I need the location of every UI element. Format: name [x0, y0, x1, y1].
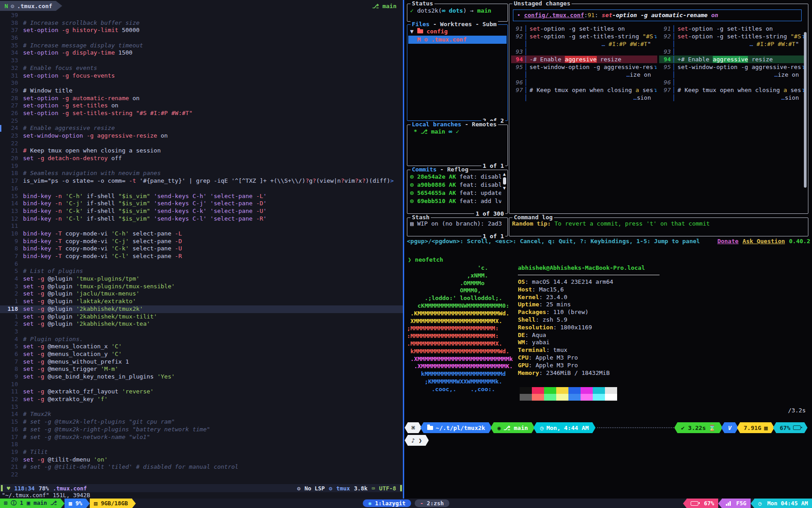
neovim-pane[interactable]: N ⚙ .tmux.conf ⎇ main 3938# Increase scr…	[0, 0, 403, 499]
line-number: 11	[0, 222, 23, 230]
battery-icon	[691, 501, 698, 506]
octocat-icon: ◉	[497, 425, 501, 431]
line-number: 30	[0, 79, 23, 87]
donate-link[interactable]: Donate	[717, 238, 738, 245]
file-tree-file[interactable]: M ⚙ .tmux.conf	[408, 36, 507, 44]
vim-buffer[interactable]: 3938# Increase scrollback buffer size37s…	[0, 12, 403, 479]
commits-scrollbar[interactable]: ▲▼	[502, 171, 507, 212]
line-number: 12	[0, 396, 23, 403]
statusline-filename: .tmux.conf	[53, 485, 87, 492]
vim-code-line: 25	[0, 117, 403, 125]
neofetch-info-row: WM: yabai	[518, 339, 734, 346]
lazygit-keybindings-bar: <pgup>/<pgdown>: Scroll, <esc>: Cancel, …	[407, 238, 810, 245]
ask-question-link[interactable]: Ask Question	[743, 238, 785, 245]
commit-row[interactable]: ⊙ 69ebb510 AK feat: add lv	[410, 197, 501, 205]
line-number: 33	[0, 57, 23, 65]
commit-row[interactable]: ⊙ 28e54a2e AK feat: disabl	[410, 173, 501, 181]
diff-scrollbar[interactable]	[804, 32, 807, 188]
tmux-window-1:lazygit[interactable]: ✱ 1:lazygit	[363, 499, 411, 507]
vim-code-line: 13bind-key -n 'C-k' if-shell "$is_vim" '…	[0, 208, 403, 215]
neofetch-info-row: Host: Mac15,6	[518, 286, 734, 294]
neofetch-info-row: OS: macOS 14.4 23E214 arm64	[518, 278, 734, 286]
neofetch-info-row: Shell: zsh 5.9	[518, 316, 734, 324]
vim-code-line: 2set -g @plugin 'jaclu/tmux-menus'	[0, 290, 403, 298]
diff-row: │…sion│…sion	[511, 94, 807, 102]
vim-code-line: 15bind-key -n 'C-h' if-shell "$is_vim" '…	[0, 193, 403, 200]
file-size: 3.8k	[354, 485, 368, 492]
encoding-icon: ⌨	[372, 485, 375, 492]
palette-swatch	[605, 387, 617, 394]
tmux-network-segment: F5G	[722, 499, 751, 508]
palette-swatch	[581, 394, 593, 401]
file-tree-dir[interactable]: ▼ config	[410, 28, 505, 36]
line-number: 10	[0, 381, 23, 388]
palette-swatch	[556, 394, 568, 401]
palette-swatch	[544, 394, 556, 401]
line-number: 8	[0, 245, 23, 253]
vim-code-line: 22	[0, 140, 403, 148]
line-number: 19	[0, 162, 23, 170]
lazygit-unstaged-panel[interactable]: Unstaged changes • config/.tmux.conf:91:…	[509, 4, 808, 214]
stash-row[interactable]: ▤ WIP on (no branch): 2ad3	[410, 220, 505, 228]
vim-tab-tmux-conf[interactable]: N ⚙ .tmux.conf	[0, 1, 62, 11]
commits-count: 1 of 300	[474, 210, 505, 217]
branch-row[interactable]: * ⎇ main ∞ ✓	[410, 128, 505, 136]
line-number: 3	[0, 328, 23, 336]
vim-code-line: 6set -g @menus_location_y 'C'	[0, 351, 403, 358]
line-number: 9	[0, 373, 23, 381]
prompt-dotted-filler	[597, 427, 674, 428]
vim-code-line: 5set -g @menus_location_x 'C'	[0, 343, 403, 351]
commit-row[interactable]: ⊙ 5654655a AK feat: update	[410, 189, 501, 197]
diff-view[interactable]: 91│set-option -g set-titles on91│set-opt…	[511, 25, 807, 102]
vim-code-line: 2set -g @plugin '2kabhishek/tmux-tea'	[0, 320, 403, 328]
tmux-session-info-segment: ⊞ ⓘ 1 ▣ main ⎇	[0, 499, 61, 508]
folder-icon	[417, 29, 423, 33]
vim-code-line: 10bind-key -T copy-mode-vi 'C-h' select-…	[0, 230, 403, 238]
vim-code-line: 16# set -g @tmux2k-right-plugins "batter…	[0, 426, 403, 434]
lazygit-commits-panel[interactable]: Commits - Reflog ⊙ 28e54a2e AK feat: dis…	[407, 170, 508, 214]
lazygit-stash-panel[interactable]: Stash ▤ WIP on (no branch): 2ad3 1 of 1	[407, 217, 508, 236]
tmux-status-bar: ⊞ ⓘ 1 ▣ main ⎇▦ 9%▤ 9GB/18GB ✱ 1:lazygit…	[0, 499, 812, 508]
tmux-window-2:zsh[interactable]: - 2:zsh	[415, 499, 449, 507]
prompt-ram-segment: 7.91G▦	[737, 422, 775, 433]
ram-icon: ▦	[764, 425, 768, 431]
prompt-input-marker[interactable]: ♪ ❯	[405, 435, 429, 446]
lazygit-version: 0.40.2	[789, 238, 810, 245]
line-number: 22	[0, 471, 23, 479]
vim-git-branch: ⎇ main	[372, 3, 403, 9]
lazygit-files-panel[interactable]: Files - Worktrees - Subm ▼ config M ⚙ .t…	[407, 24, 508, 121]
neofetch-info-row: Resolution: 1800x1169	[518, 324, 734, 332]
line-number: 2	[0, 290, 23, 298]
powerline-prompt-row2: ♪ ❯	[406, 435, 429, 446]
lazygit-status-panel[interactable]: Status ✓ dots2k(∞ dots) → main	[407, 4, 508, 22]
neofetch-info-row: Kernel: 23.4.0	[518, 294, 734, 301]
vim-code-line: 12bind-key -n 'C-l' if-shell "$is_vim" '…	[0, 215, 403, 223]
neofetch-apple-logo: 'c. ,xNMM. .OMMMMo OMMM0, .;loddo:' lool…	[407, 264, 513, 393]
vim-code-line: 19	[0, 162, 403, 170]
line-number: 23	[0, 132, 23, 140]
palette-swatch	[532, 387, 544, 394]
line-number: 6	[0, 260, 23, 268]
vim-code-line: 3	[0, 328, 403, 336]
exec-time-icon: ⌛	[708, 425, 715, 431]
statusline-accent-left	[1, 485, 3, 491]
line-number: 39	[0, 12, 23, 19]
lazygit-command-log-panel[interactable]: Command log Random tip: To revert a comm…	[509, 217, 808, 236]
zsh-pane[interactable]: ❯neofetch 'c. ,xNMM. .OMMMMo OMMM0, .;lo…	[404, 251, 812, 499]
commit-row[interactable]: ⊙ a90b0886 AK feat: disabl	[410, 181, 501, 189]
random-tip-label: Random tip:	[512, 220, 551, 227]
tmux-clock-segment: ◷ Mon 04:45 AM	[754, 499, 812, 508]
vim-code-line: 17is_vim="ps -o state= -o comm= -t '#{pa…	[0, 177, 403, 185]
line-number: 14	[0, 411, 23, 418]
vim-code-line: 33	[0, 57, 403, 65]
vim-code-line: 39	[0, 12, 403, 19]
palette-swatch	[520, 394, 532, 401]
vim-code-line: 21# Keep tmux open when closing a sessio…	[0, 147, 403, 155]
battery-icon	[793, 425, 801, 430]
palette-swatch	[568, 387, 581, 394]
vim-code-line: 118set -g @plugin '2kabhishek/tmux2k'	[0, 305, 403, 313]
lazygit-branches-panel[interactable]: Local branches - Remotes * ⎇ main ∞ ✓ 1 …	[407, 125, 508, 166]
gear-icon: ⚙	[11, 3, 14, 9]
vim-code-line: 8set -g @menus_trigger 'M-m'	[0, 365, 403, 373]
prompt-path-segment: ~/.t/pl/tmux2k	[420, 422, 492, 433]
